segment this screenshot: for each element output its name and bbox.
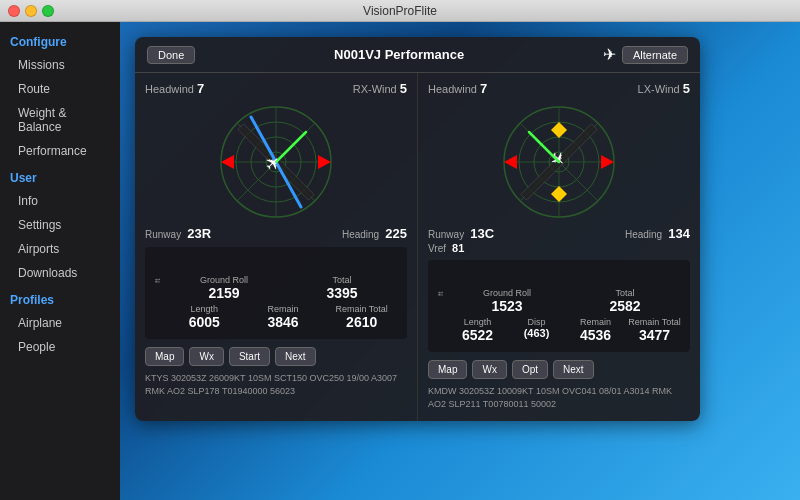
sidebar-item-airports[interactable]: Airports <box>0 237 120 261</box>
main-container: Configure Missions Route Weight & Balanc… <box>0 22 800 500</box>
right-wind-row: Headwind 7 LX-Wind 5 <box>428 81 690 96</box>
right-headwind-label: Headwind 7 <box>428 81 487 96</box>
left-map-btn[interactable]: Map <box>145 347 184 366</box>
perf-columns: Headwind 7 RX-Wind 5 <box>135 73 700 421</box>
right-metar: KMDW 302053Z 10009KT 10SM OVC041 08/01 A… <box>428 385 690 413</box>
content-area: Done N001VJ Performance ✈ Alternate Head… <box>120 22 800 500</box>
window-controls[interactable] <box>8 5 54 17</box>
panel-header: Done N001VJ Performance ✈ Alternate <box>135 37 700 73</box>
left-ground-roll-cell: Ground Roll 2159 <box>167 275 281 301</box>
left-length-cell: Length 6005 <box>167 304 242 330</box>
right-wx-btn[interactable]: Wx <box>472 360 506 379</box>
sidebar-item-route[interactable]: Route <box>0 77 120 101</box>
sidebar-item-missions[interactable]: Missions <box>0 53 120 77</box>
svg-line-14 <box>276 132 306 162</box>
right-ground-roll-cell: Ground Roll 1523 <box>450 288 564 314</box>
right-unit: ft <box>436 266 446 296</box>
right-map-btn[interactable]: Map <box>428 360 467 379</box>
left-runway-row: Runway 23R Heading 225 <box>145 226 407 241</box>
right-wind-circle: ✈ <box>428 102 690 222</box>
right-wind-svg: ✈ <box>499 102 619 222</box>
right-runway: Runway 13C <box>428 226 494 241</box>
svg-marker-28 <box>551 122 567 138</box>
sidebar-section-configure: Configure <box>0 27 120 53</box>
performance-panel: Done N001VJ Performance ✈ Alternate Head… <box>135 37 700 421</box>
right-row1: ft Ground Roll 1523 Total 2582 <box>436 266 682 314</box>
left-total-cell: Total 3395 <box>285 275 399 301</box>
close-button[interactable] <box>8 5 20 17</box>
left-crosswind-label: RX-Wind 5 <box>353 81 407 96</box>
right-heading: Heading 134 <box>625 226 690 241</box>
left-heading: Heading 225 <box>342 226 407 241</box>
right-disp-cell: Disp (463) <box>509 317 564 339</box>
right-remain-cell: Remain 4536 <box>568 317 623 343</box>
maximize-button[interactable] <box>42 5 54 17</box>
sidebar-section-user: User <box>0 163 120 189</box>
svg-marker-8 <box>221 155 234 169</box>
right-total-cell: Total 2582 <box>568 288 682 314</box>
right-action-btns: Map Wx Opt Next <box>428 360 690 379</box>
left-unit: ft <box>153 253 163 283</box>
left-headwind-label: Headwind 7 <box>145 81 204 96</box>
right-runway-row: Runway 13C Heading 134 <box>428 226 690 241</box>
alternate-button[interactable]: Alternate <box>622 46 688 64</box>
alternate-area: ✈ Alternate <box>603 45 688 64</box>
svg-marker-9 <box>318 155 331 169</box>
left-remain-total-cell: Remain Total 2610 <box>324 304 399 330</box>
left-runway: Runway 23R <box>145 226 211 241</box>
title-bar: VisionProFlite <box>0 0 800 22</box>
left-metar: KTYS 302053Z 26009KT 10SM SCT150 OVC250 … <box>145 372 407 400</box>
sidebar-item-settings[interactable]: Settings <box>0 213 120 237</box>
right-column: Headwind 7 LX-Wind 5 <box>418 73 700 421</box>
sidebar-item-info[interactable]: Info <box>0 189 120 213</box>
left-next-btn[interactable]: Next <box>275 347 316 366</box>
right-crosswind-label: LX-Wind 5 <box>638 81 690 96</box>
sidebar-item-performance[interactable]: Performance <box>0 139 120 163</box>
right-opt-btn[interactable]: Opt <box>512 360 548 379</box>
minimize-button[interactable] <box>25 5 37 17</box>
done-button[interactable]: Done <box>147 46 195 64</box>
sidebar-item-weight-balance[interactable]: Weight & Balance <box>0 101 120 139</box>
right-vref-row: Vref 81 <box>428 242 690 254</box>
left-row2: Length 6005 Remain 3846 Remain Total 261… <box>153 304 399 330</box>
left-data-table: ft Ground Roll 2159 Total 3395 <box>145 247 407 339</box>
svg-marker-24 <box>504 155 517 169</box>
left-wind-svg: ✈ <box>216 102 336 222</box>
left-wind-row: Headwind 7 RX-Wind 5 <box>145 81 407 96</box>
sidebar: Configure Missions Route Weight & Balanc… <box>0 22 120 500</box>
sidebar-item-downloads[interactable]: Downloads <box>0 261 120 285</box>
app-title: VisionProFlite <box>363 4 437 18</box>
left-wind-circle: ✈ <box>145 102 407 222</box>
left-remain-cell: Remain 3846 <box>246 304 321 330</box>
sidebar-item-airplane[interactable]: Airplane <box>0 311 120 335</box>
sidebar-item-people[interactable]: People <box>0 335 120 359</box>
left-row1: ft Ground Roll 2159 Total 3395 <box>153 253 399 301</box>
left-action-btns: Map Wx Start Next <box>145 347 407 366</box>
left-start-btn[interactable]: Start <box>229 347 270 366</box>
right-remain-total-cell: Remain Total 3477 <box>627 317 682 343</box>
right-row2: Length 6522 Disp (463) Remain 4536 <box>436 317 682 343</box>
right-data-table: ft Ground Roll 1523 Total 2582 <box>428 260 690 352</box>
svg-line-31 <box>529 132 559 162</box>
plane-icon: ✈ <box>603 45 616 64</box>
right-length-cell: Length 6522 <box>450 317 505 343</box>
left-column: Headwind 7 RX-Wind 5 <box>135 73 418 421</box>
sidebar-section-profiles: Profiles <box>0 285 120 311</box>
panel-title: N001VJ Performance <box>334 47 464 62</box>
right-next-btn[interactable]: Next <box>553 360 594 379</box>
svg-marker-29 <box>551 186 567 202</box>
left-wx-btn[interactable]: Wx <box>189 347 223 366</box>
svg-marker-25 <box>601 155 614 169</box>
